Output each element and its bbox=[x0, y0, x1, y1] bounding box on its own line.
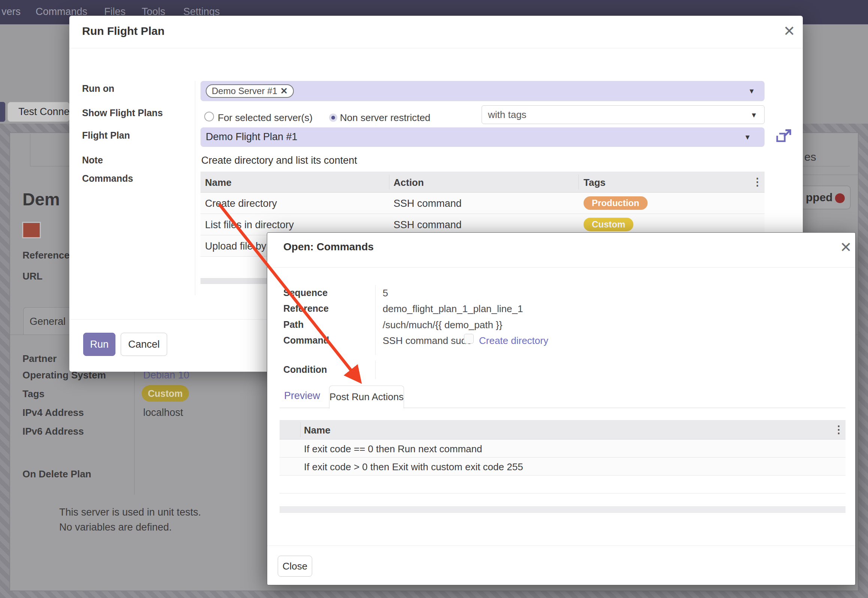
close-button[interactable]: Close bbox=[278, 556, 312, 577]
value-reference: demo_flight_plan_1_plan_line_1 bbox=[383, 303, 523, 315]
radio-for-selected-servers-label[interactable]: For selected server(s) bbox=[218, 112, 313, 124]
label-ipv6: IPv6 Address bbox=[22, 426, 84, 437]
table-row[interactable]: If exit code > 0 then Exit with custom e… bbox=[280, 457, 846, 475]
table-footer-strip bbox=[280, 506, 846, 513]
column-divider bbox=[578, 175, 579, 190]
run-button[interactable]: Run bbox=[83, 333, 115, 356]
selected-server-tag-label: Demo Server #1 bbox=[212, 86, 277, 96]
cell-name: If exit code == 0 then Run next command bbox=[304, 443, 482, 455]
tag-badge-custom: Custom bbox=[584, 218, 633, 231]
cell-action: SSH command bbox=[394, 198, 462, 209]
post-run-table-header: Name ⋮ bbox=[280, 420, 846, 440]
close-icon[interactable]: ✕ bbox=[840, 240, 852, 254]
column-divider bbox=[389, 175, 389, 190]
column-header-tags[interactable]: Tags bbox=[584, 177, 606, 188]
external-link-icon[interactable] bbox=[776, 128, 792, 145]
server-title: Dem bbox=[22, 189, 60, 209]
tag-badge-custom: Custom bbox=[142, 385, 189, 402]
with-tags-select[interactable]: with tags ▾ bbox=[482, 105, 765, 124]
value-path: /such/much/{{ demo_path }} bbox=[383, 319, 502, 331]
table-options-icon[interactable]: ⋮ bbox=[834, 425, 844, 435]
cell-name: Create directory bbox=[205, 198, 277, 209]
status-stopped-dot-icon bbox=[835, 193, 845, 203]
label-ipv4: IPv4 Address bbox=[22, 407, 84, 419]
label-url: URL bbox=[22, 271, 42, 282]
label-show-flight-plans: Show Flight Plans bbox=[82, 108, 163, 118]
label-commands: Commands bbox=[82, 173, 133, 184]
label-on-delete-plan: On Delete Plan bbox=[22, 468, 91, 480]
partial-button[interactable] bbox=[0, 102, 5, 122]
status-label-fragment: pped bbox=[806, 191, 833, 204]
form-column-divider bbox=[134, 352, 135, 495]
tab-general[interactable]: General bbox=[23, 307, 72, 335]
command-link[interactable]: Create directory bbox=[479, 335, 548, 347]
radio-dot-icon bbox=[331, 116, 335, 120]
table-row[interactable]: If exit code == 0 then Run next command bbox=[280, 440, 846, 457]
label-partner: Partner bbox=[22, 353, 57, 365]
tab-post-run-actions[interactable]: Post Run Actions bbox=[329, 386, 404, 408]
value-command: SSH command sudo bbox=[383, 335, 472, 347]
unit-test-note-line2: No variables are defined. bbox=[59, 522, 172, 533]
table-options-icon[interactable]: ⋮ bbox=[752, 177, 763, 187]
value-sequence: 5 bbox=[383, 287, 388, 299]
label-reference: Reference bbox=[22, 250, 70, 261]
condition-column-divider bbox=[375, 360, 376, 379]
unit-test-note-line1: This server is used in unit tests. bbox=[59, 507, 201, 518]
cancel-button[interactable]: Cancel bbox=[121, 333, 167, 356]
screen: vers Commands Files Tools Settings Test … bbox=[0, 0, 868, 598]
table-row[interactable]: Create directory SSH command Production bbox=[201, 193, 765, 214]
label-reference: Reference bbox=[283, 303, 329, 314]
tab-preview[interactable]: Preview bbox=[284, 390, 320, 402]
radio-for-selected-servers[interactable] bbox=[204, 112, 214, 121]
handle-column-divider bbox=[300, 422, 301, 437]
page-title-fragment: es bbox=[804, 151, 816, 163]
flight-plan-select[interactable]: Demo Flight Plan #1 ▾ bbox=[201, 127, 765, 147]
nav-item-servers[interactable]: vers bbox=[1, 6, 21, 18]
open-commands-modal: Open: Commands ✕ Sequence Reference Path… bbox=[267, 232, 856, 585]
label-column-divider bbox=[375, 285, 376, 355]
commands-table-header: Name Action Tags ⋮ bbox=[201, 172, 765, 193]
column-header-name[interactable]: Name bbox=[205, 177, 232, 188]
header-divider bbox=[267, 267, 855, 268]
cell-name: List files in directory bbox=[205, 219, 294, 231]
modal-title: Run Flight Plan bbox=[82, 25, 165, 37]
close-icon[interactable]: ✕ bbox=[783, 24, 795, 38]
column-header-action[interactable]: Action bbox=[394, 177, 424, 188]
tag-badge-production: Production bbox=[584, 196, 648, 210]
label-command: Command bbox=[283, 335, 329, 346]
empty-table-row bbox=[280, 475, 846, 493]
card-inner-border bbox=[30, 134, 30, 166]
label-tags: Tags bbox=[22, 388, 45, 400]
label-condition: Condition bbox=[283, 364, 327, 375]
command-checkbox[interactable] bbox=[464, 334, 474, 344]
radio-non-server-restricted[interactable] bbox=[329, 114, 337, 122]
selected-server-tag[interactable]: Demo Server #1✕ bbox=[206, 84, 294, 98]
value-ipv4: localhost bbox=[143, 407, 183, 419]
radio-non-server-restricted-label[interactable]: Non server restricted bbox=[340, 112, 430, 124]
chevron-down-icon[interactable]: ▾ bbox=[752, 110, 756, 120]
modal-title: Open: Commands bbox=[283, 241, 374, 253]
label-note: Note bbox=[82, 155, 103, 166]
label-column-divider bbox=[195, 81, 195, 295]
label-flight-plan: Flight Plan bbox=[82, 130, 130, 141]
cell-name: Upload file by bbox=[205, 241, 266, 252]
flight-plan-description: Create directory and list its content bbox=[201, 155, 357, 166]
right-header-divider bbox=[803, 175, 858, 175]
flight-plan-value: Demo Flight Plan #1 bbox=[206, 131, 298, 143]
color-swatch[interactable] bbox=[22, 222, 41, 238]
chevron-down-icon[interactable]: ▾ bbox=[745, 132, 750, 142]
cell-action: SSH command bbox=[394, 219, 462, 231]
label-run-on: Run on bbox=[82, 83, 114, 94]
chevron-down-icon[interactable]: ▾ bbox=[750, 86, 754, 96]
header-divider bbox=[69, 48, 803, 48]
remove-tag-icon[interactable]: ✕ bbox=[280, 86, 288, 96]
with-tags-placeholder: with tags bbox=[488, 109, 527, 121]
cell-name: If exit code > 0 then Exit with custom e… bbox=[304, 461, 523, 473]
column-header-name[interactable]: Name bbox=[304, 425, 331, 436]
label-sequence: Sequence bbox=[283, 287, 328, 298]
footer-divider bbox=[267, 546, 855, 546]
test-connection-button[interactable]: Test Conne bbox=[7, 102, 70, 122]
label-path: Path bbox=[283, 319, 304, 330]
